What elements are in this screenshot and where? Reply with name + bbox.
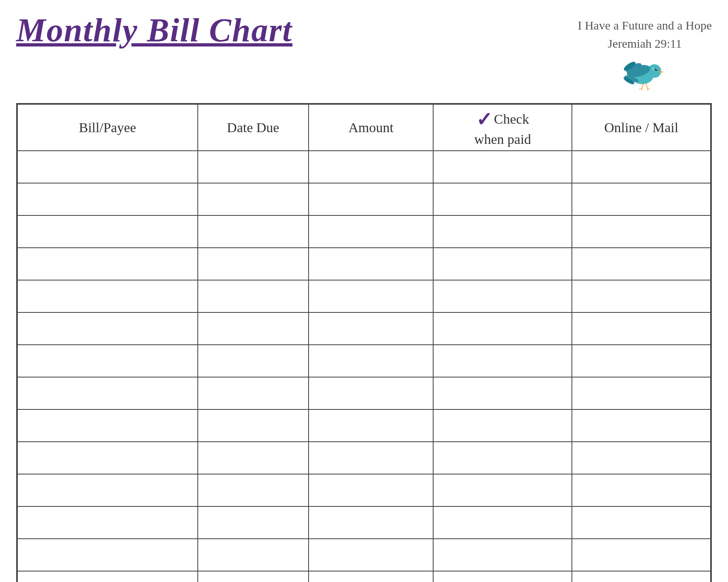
table-row — [17, 474, 711, 506]
table-cell — [572, 506, 711, 539]
table-cell — [433, 345, 572, 377]
title-section: Monthly Bill Chart — [16, 12, 292, 48]
table-row — [17, 571, 711, 582]
col-header-online-mail: Online / Mail — [572, 104, 711, 151]
table-cell — [198, 571, 309, 582]
table-cell — [198, 345, 309, 377]
table-row — [17, 183, 711, 215]
table-cell — [198, 442, 309, 474]
bill-table: Bill/Payee Date Due Amount ✓Checkwhen pa… — [17, 104, 711, 582]
table-cell — [572, 539, 711, 571]
table-cell — [572, 442, 711, 474]
table-cell — [433, 280, 572, 312]
table-cell — [17, 183, 198, 215]
bird-container — [620, 55, 669, 91]
table-cell — [17, 506, 198, 539]
table-cell — [198, 377, 309, 409]
table-row — [17, 280, 711, 312]
table-cell — [433, 474, 572, 506]
table-cell — [17, 151, 198, 183]
table-cell — [572, 409, 711, 442]
table-cell — [572, 151, 711, 183]
table-cell — [309, 183, 434, 215]
table-cell — [433, 312, 572, 345]
table-row — [17, 215, 711, 248]
header: Monthly Bill Chart I Have a Future and a… — [16, 12, 712, 95]
table-cell — [433, 151, 572, 183]
table-cell — [572, 280, 711, 312]
table-row — [17, 345, 711, 377]
col-header-check-when-paid: ✓Checkwhen paid — [433, 104, 572, 151]
check-mark-icon: ✓ — [476, 108, 492, 131]
bird-icon — [620, 55, 669, 91]
scripture-text: I Have a Future and a Hope Jeremiah 29:1… — [578, 16, 712, 53]
table-cell — [572, 215, 711, 248]
table-cell — [572, 183, 711, 215]
table-cell — [198, 248, 309, 280]
table-cell — [198, 215, 309, 248]
table-row — [17, 312, 711, 345]
table-cell — [433, 377, 572, 409]
table-cell — [17, 345, 198, 377]
svg-line-11 — [646, 84, 648, 89]
table-cell — [309, 474, 434, 506]
table-cell — [198, 151, 309, 183]
table-cell — [433, 183, 572, 215]
table-cell — [572, 248, 711, 280]
table-header-row: Bill/Payee Date Due Amount ✓Checkwhen pa… — [17, 104, 711, 151]
table-cell — [433, 409, 572, 442]
table-cell — [17, 571, 198, 582]
table-cell — [433, 506, 572, 539]
table-row — [17, 377, 711, 409]
table-cell — [17, 474, 198, 506]
table-cell — [309, 571, 434, 582]
table-cell — [17, 215, 198, 248]
svg-line-12 — [639, 89, 642, 89]
table-cell — [309, 345, 434, 377]
table-cell — [198, 312, 309, 345]
col-header-bill-payee: Bill/Payee — [17, 104, 198, 151]
svg-line-14 — [648, 89, 650, 89]
table-cell — [572, 377, 711, 409]
table-cell — [309, 280, 434, 312]
table-cell — [198, 280, 309, 312]
table-row — [17, 442, 711, 474]
main-title: Monthly Bill Chart — [16, 12, 292, 48]
table-cell — [198, 539, 309, 571]
table-cell — [309, 151, 434, 183]
table-cell — [433, 215, 572, 248]
table-cell — [198, 506, 309, 539]
table-cell — [17, 377, 198, 409]
table-cell — [309, 248, 434, 280]
table-container: Bill/Payee Date Due Amount ✓Checkwhen pa… — [16, 103, 712, 582]
svg-line-10 — [642, 84, 643, 89]
table-cell — [433, 442, 572, 474]
table-cell — [309, 312, 434, 345]
table-cell — [309, 409, 434, 442]
table-cell — [309, 215, 434, 248]
table-cell — [309, 539, 434, 571]
svg-marker-2 — [660, 71, 664, 73]
table-row — [17, 506, 711, 539]
svg-point-1 — [648, 64, 661, 78]
table-cell — [572, 571, 711, 582]
table-cell — [572, 312, 711, 345]
right-header: I Have a Future and a Hope Jeremiah 29:1… — [578, 16, 712, 91]
table-cell — [572, 345, 711, 377]
table-row — [17, 409, 711, 442]
table-cell — [433, 571, 572, 582]
table-cell — [198, 474, 309, 506]
svg-point-3 — [655, 68, 658, 71]
table-cell — [198, 409, 309, 442]
table-row — [17, 151, 711, 183]
table-cell — [309, 506, 434, 539]
table-cell — [198, 183, 309, 215]
svg-point-4 — [656, 69, 657, 70]
svg-point-16 — [651, 67, 654, 70]
table-cell — [17, 409, 198, 442]
table-cell — [17, 280, 198, 312]
table-cell — [17, 539, 198, 571]
table-cell — [17, 312, 198, 345]
table-cell — [309, 377, 434, 409]
table-cell — [572, 474, 711, 506]
